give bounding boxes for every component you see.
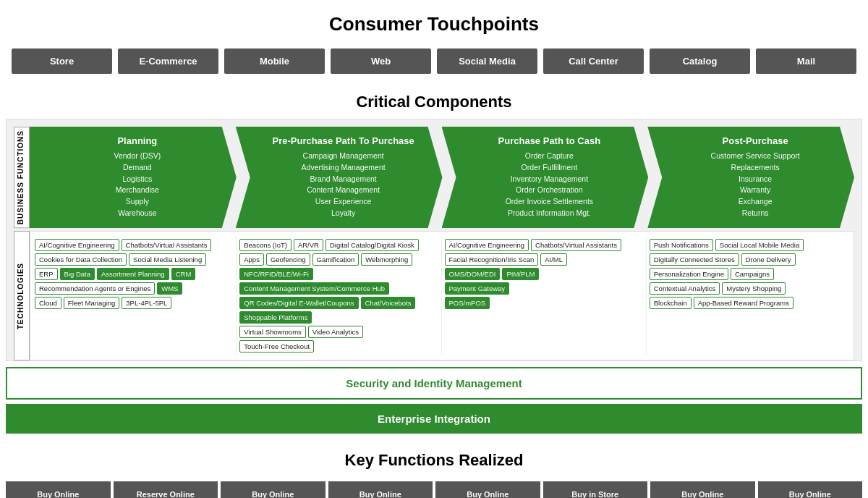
consumer-touchpoints-title: Consumer Touchpoints bbox=[0, 0, 868, 44]
tech-tag: Blockchain bbox=[650, 297, 692, 309]
tech-tag: Shoppable Platforms bbox=[239, 311, 312, 324]
arrow-title-0: Planning bbox=[44, 135, 231, 146]
key-functions-row: Buy OnlinePick up in StoreReserve Online… bbox=[0, 477, 868, 498]
tech-row-1-1: AppsGeofencingGamificationWebmorphing bbox=[239, 253, 439, 266]
touchpoint-btn-e-commerce[interactable]: E-Commerce bbox=[118, 48, 218, 74]
tech-row-3-3: Contextual AnalyticsMystery Shopping bbox=[650, 282, 849, 295]
tech-tag: Contextual Analytics bbox=[650, 282, 720, 295]
touchpoints-row: StoreE-CommerceMobileWebSocial MediaCall… bbox=[0, 44, 868, 83]
tech-tag: PIM/PLM bbox=[502, 268, 539, 280]
arrow-items-1: Campaign ManagementAdvertising Managemen… bbox=[250, 151, 437, 219]
key-function-btn-4[interactable]: Buy OnlineShip to Home bbox=[435, 481, 540, 498]
tech-tag: CRM bbox=[171, 268, 196, 280]
tech-row-1-2: NFC/RFID/BLE/Wi-FiContent Management Sys… bbox=[239, 268, 439, 295]
tech-tag: AI/Cognitive Engineering bbox=[445, 239, 529, 251]
tech-col-3: Push NotificationsSocial Local Mobile Me… bbox=[648, 236, 851, 355]
tech-tag: Personalization Engine bbox=[650, 268, 728, 280]
tech-tag: Gamification bbox=[312, 253, 359, 266]
tech-row-0-1: Cookies for Data CollectionSocial Media … bbox=[35, 253, 234, 266]
tech-tag: AR/VR bbox=[294, 239, 323, 251]
tech-col-0: AI/Cognitive EngineeringChatbots/Virtual… bbox=[33, 236, 237, 355]
key-function-btn-3[interactable]: Buy OnlineDeliver from Store bbox=[328, 481, 433, 498]
security-row: Security and Identity Management bbox=[6, 367, 862, 400]
tech-tag: Social Media Listening bbox=[129, 253, 206, 266]
critical-components-title: Critical Components bbox=[0, 83, 868, 119]
tech-tag: Drone Delivery bbox=[741, 253, 796, 266]
tech-col-1: Beacons (IoT)AR/VRDigital Catalog/Digita… bbox=[238, 236, 441, 355]
tech-row-3-2: Personalization EngineCampaigns bbox=[650, 268, 849, 280]
tech-row-1-0: Beacons (IoT)AR/VRDigital Catalog/Digita… bbox=[239, 239, 439, 251]
key-function-btn-0[interactable]: Buy OnlinePick up in Store bbox=[6, 481, 111, 498]
arrow-block-2: Purchase Path to Cash Order CaptureOrder… bbox=[442, 127, 649, 228]
tech-tag: Payment Gateway bbox=[445, 282, 510, 295]
tech-tag: Touch-Free Checkout bbox=[239, 340, 314, 353]
tech-tag: Apps bbox=[239, 253, 264, 266]
tech-row-3-4: BlockchainApp-Based Reward Programs bbox=[650, 297, 849, 309]
tech-tag: Fleet Managing bbox=[64, 297, 119, 309]
tech-row-2-4: POS/mPOS bbox=[445, 297, 644, 309]
key-function-btn-1[interactable]: Reserve OnlinePick up in Store bbox=[114, 481, 218, 498]
tech-tag: Recommendation Agents or Engines bbox=[35, 282, 155, 295]
arrow-items-0: Vendor (DSV)DemandLogisticsMerchandiseSu… bbox=[44, 151, 231, 219]
business-functions-section: BUSINESS FUNCTIONS Planning Vendor (DSV)… bbox=[14, 127, 854, 228]
tech-tag: Content Management System/Commerce Hub bbox=[239, 282, 389, 295]
tech-tag: Chat/Voicebots bbox=[361, 297, 416, 309]
touchpoint-btn-web[interactable]: Web bbox=[331, 48, 431, 74]
arrow-items-2: Order CaptureOrder FulfillmentInventory … bbox=[456, 151, 643, 219]
tech-tag: Chatbots/Virtual Assistants bbox=[122, 239, 212, 251]
enterprise-row: Enterprise Integration bbox=[6, 404, 862, 434]
touchpoint-btn-mail[interactable]: Mail bbox=[756, 48, 856, 74]
tech-row-2-2: OMS/DOM/EDIPIM/PLM bbox=[445, 268, 644, 280]
touchpoint-btn-catalog[interactable]: Catalog bbox=[650, 48, 750, 74]
tech-tag: Big Data bbox=[60, 268, 95, 280]
tech-tag: Beacons (IoT) bbox=[239, 239, 292, 251]
tech-tag: App-Based Reward Programs bbox=[694, 297, 793, 309]
technologies-label: TECHNOLOGIES bbox=[14, 231, 30, 360]
tech-tag: Mystery Shopping bbox=[722, 282, 786, 295]
arrow-title-1: Pre-Purchase Path To Purchase bbox=[250, 135, 437, 146]
key-function-btn-7[interactable]: Buy OnlinePick up in Locker bbox=[758, 481, 863, 498]
tech-row-0-2: ERPBig DataAssortment PlanningCRM bbox=[35, 268, 234, 280]
business-functions-label: BUSINESS FUNCTIONS bbox=[14, 127, 30, 228]
key-functions-title: Key Functions Realized bbox=[0, 441, 868, 477]
touchpoint-btn-mobile[interactable]: Mobile bbox=[224, 48, 325, 74]
tech-row-0-0: AI/Cognitive EngineeringChatbots/Virtual… bbox=[35, 239, 234, 251]
touchpoint-btn-call-center[interactable]: Call Center bbox=[543, 48, 644, 74]
key-function-btn-5[interactable]: Buy in StoreDeliver to Home bbox=[543, 481, 648, 498]
tech-row-3-1: Digitally Connected StoresDrone Delivery bbox=[650, 253, 849, 266]
tech-col-2: AI/Cognitive EngineeringChatbots/Virtual… bbox=[443, 236, 647, 355]
technologies-section: TECHNOLOGIES AI/Cognitive EngineeringCha… bbox=[14, 231, 854, 360]
tech-row-2-1: Facial Recognition/Iris ScanAI/ML bbox=[445, 253, 644, 266]
tech-tag: 3PL-4PL-5PL bbox=[122, 297, 171, 309]
touchpoint-btn-social-media[interactable]: Social Media bbox=[437, 48, 537, 74]
tech-tag: Webmorphing bbox=[361, 253, 412, 266]
touchpoint-btn-store[interactable]: Store bbox=[12, 48, 112, 74]
tech-tag: Digital Catalog/Digital Kiosk bbox=[326, 239, 419, 251]
tech-content: AI/Cognitive EngineeringChatbots/Virtual… bbox=[30, 231, 854, 360]
tech-row-2-3: Payment Gateway bbox=[445, 282, 644, 295]
tech-tag: Social Local Mobile Media bbox=[715, 239, 804, 251]
bottom-rows: Security and Identity Management Enterpr… bbox=[6, 367, 862, 434]
tech-tag: Video Analytics bbox=[308, 326, 363, 338]
arrow-title-2: Purchase Path to Cash bbox=[456, 135, 643, 146]
tech-tag: Cookies for Data Collection bbox=[35, 253, 127, 266]
tech-tag: QR Codes/Digital E-Wallet/Coupons bbox=[239, 297, 358, 309]
tech-tag: Virtual Showrooms bbox=[239, 326, 306, 338]
tech-tag: AI/ML bbox=[540, 253, 567, 266]
tech-tag: NFC/RFID/BLE/Wi-Fi bbox=[239, 268, 313, 280]
key-function-btn-6[interactable]: Buy OnlineReturn in Store bbox=[650, 481, 755, 498]
arrow-items-3: Customer Service SupportReplacementsInsu… bbox=[662, 151, 848, 219]
tech-row-1-3: QR Codes/Digital E-Wallet/CouponsChat/Vo… bbox=[239, 297, 439, 324]
tech-tag: Geofencing bbox=[266, 253, 310, 266]
tech-tag: POS/mPOS bbox=[445, 297, 490, 309]
arrow-title-3: Post-Purchase bbox=[662, 135, 848, 146]
tech-tag: Facial Recognition/Iris Scan bbox=[445, 253, 539, 266]
tech-tag: WMS bbox=[157, 282, 182, 295]
tech-tag: Cloud bbox=[35, 297, 61, 309]
critical-section: BUSINESS FUNCTIONS Planning Vendor (DSV)… bbox=[6, 119, 862, 361]
arrow-block-1: Pre-Purchase Path To Purchase Campaign M… bbox=[236, 127, 443, 228]
tech-row-0-3: Recommendation Agents or EnginesWMS bbox=[35, 282, 234, 295]
tech-tag: Push Notifications bbox=[650, 239, 713, 251]
key-function-btn-2[interactable]: Buy OnlineShip to Store bbox=[221, 481, 326, 498]
tech-row-2-0: AI/Cognitive EngineeringChatbots/Virtual… bbox=[445, 239, 644, 251]
